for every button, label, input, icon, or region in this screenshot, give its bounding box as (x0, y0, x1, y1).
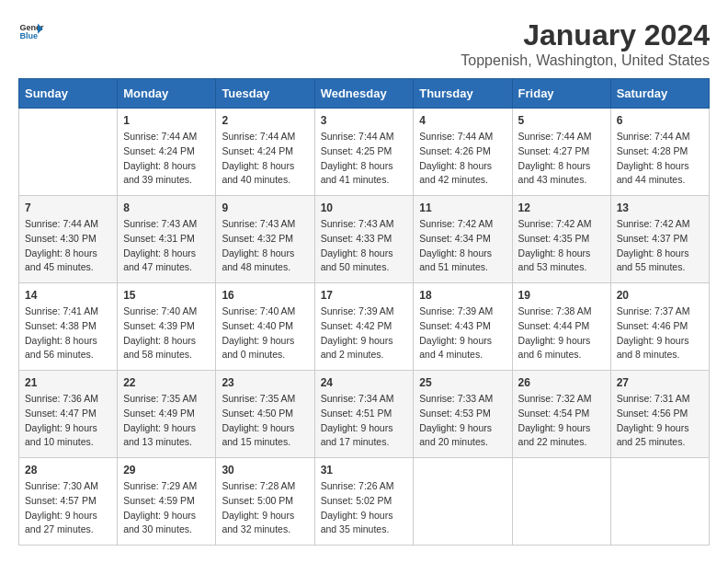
day-number: 28 (25, 464, 111, 477)
calendar-cell (512, 458, 610, 546)
calendar-cell: 23Sunrise: 7:35 AMSunset: 4:50 PMDayligh… (216, 371, 314, 458)
calendar-cell: 27Sunrise: 7:31 AMSunset: 4:56 PMDayligh… (610, 371, 709, 458)
day-info: Sunrise: 7:37 AMSunset: 4:46 PMDaylight:… (617, 304, 703, 362)
col-header-tuesday: Tuesday (216, 79, 314, 109)
day-info: Sunrise: 7:36 AMSunset: 4:47 PMDaylight:… (25, 392, 111, 450)
calendar-cell: 11Sunrise: 7:42 AMSunset: 4:34 PMDayligh… (414, 196, 512, 283)
calendar-cell: 5Sunrise: 7:44 AMSunset: 4:27 PMDaylight… (512, 109, 610, 196)
calendar-cell: 18Sunrise: 7:39 AMSunset: 4:43 PMDayligh… (414, 283, 512, 371)
day-info: Sunrise: 7:44 AMSunset: 4:27 PMDaylight:… (518, 130, 605, 188)
day-info: Sunrise: 7:35 AMSunset: 4:50 PMDaylight:… (222, 392, 308, 450)
calendar-cell: 3Sunrise: 7:44 AMSunset: 4:25 PMDaylight… (314, 109, 414, 196)
calendar-cell: 31Sunrise: 7:26 AMSunset: 5:02 PMDayligh… (314, 458, 414, 546)
day-number: 18 (419, 289, 506, 302)
day-number: 7 (25, 201, 111, 214)
day-info: Sunrise: 7:44 AMSunset: 4:28 PMDaylight:… (617, 130, 703, 188)
calendar-cell: 20Sunrise: 7:37 AMSunset: 4:46 PMDayligh… (610, 283, 709, 371)
day-info: Sunrise: 7:41 AMSunset: 4:38 PMDaylight:… (25, 304, 111, 362)
calendar-cell: 10Sunrise: 7:43 AMSunset: 4:33 PMDayligh… (314, 196, 414, 283)
col-header-monday: Monday (118, 79, 216, 109)
calendar-cell: 25Sunrise: 7:33 AMSunset: 4:53 PMDayligh… (414, 371, 512, 458)
day-info: Sunrise: 7:26 AMSunset: 5:02 PMDaylight:… (321, 479, 408, 537)
page-header: General Blue January 2024 Toppenish, Was… (18, 18, 710, 69)
location-title: Toppenish, Washington, United States (461, 52, 710, 69)
calendar-cell (610, 458, 709, 546)
col-header-saturday: Saturday (610, 79, 709, 109)
day-number: 14 (25, 289, 111, 302)
day-number: 22 (123, 376, 210, 389)
week-row-1: 1Sunrise: 7:44 AMSunset: 4:24 PMDaylight… (19, 109, 710, 196)
calendar-cell: 17Sunrise: 7:39 AMSunset: 4:42 PMDayligh… (314, 283, 414, 371)
day-info: Sunrise: 7:39 AMSunset: 4:43 PMDaylight:… (419, 304, 506, 362)
day-number: 29 (123, 464, 210, 477)
day-number: 11 (419, 201, 506, 214)
calendar-cell: 9Sunrise: 7:43 AMSunset: 4:32 PMDaylight… (216, 196, 314, 283)
day-number: 27 (617, 376, 703, 389)
calendar-cell: 1Sunrise: 7:44 AMSunset: 4:24 PMDaylight… (118, 109, 216, 196)
day-number: 26 (518, 376, 605, 389)
day-info: Sunrise: 7:42 AMSunset: 4:37 PMDaylight:… (617, 217, 703, 275)
col-header-wednesday: Wednesday (314, 79, 414, 109)
day-info: Sunrise: 7:43 AMSunset: 4:32 PMDaylight:… (222, 217, 308, 275)
day-number: 4 (419, 114, 506, 127)
week-row-2: 7Sunrise: 7:44 AMSunset: 4:30 PMDaylight… (19, 196, 710, 283)
day-info: Sunrise: 7:31 AMSunset: 4:56 PMDaylight:… (617, 392, 703, 450)
calendar-cell: 29Sunrise: 7:29 AMSunset: 4:59 PMDayligh… (118, 458, 216, 546)
day-number: 2 (222, 114, 308, 127)
week-row-3: 14Sunrise: 7:41 AMSunset: 4:38 PMDayligh… (19, 283, 710, 371)
calendar-cell: 16Sunrise: 7:40 AMSunset: 4:40 PMDayligh… (216, 283, 314, 371)
day-info: Sunrise: 7:32 AMSunset: 4:54 PMDaylight:… (518, 392, 605, 450)
month-title: January 2024 (461, 18, 710, 52)
day-number: 23 (222, 376, 308, 389)
day-number: 5 (518, 114, 605, 127)
svg-text:Blue: Blue (19, 31, 38, 40)
day-info: Sunrise: 7:30 AMSunset: 4:57 PMDaylight:… (25, 479, 111, 537)
day-number: 24 (321, 376, 408, 389)
day-info: Sunrise: 7:44 AMSunset: 4:30 PMDaylight:… (25, 217, 111, 275)
calendar-cell: 13Sunrise: 7:42 AMSunset: 4:37 PMDayligh… (610, 196, 709, 283)
calendar-cell: 6Sunrise: 7:44 AMSunset: 4:28 PMDaylight… (610, 109, 709, 196)
day-number: 30 (222, 464, 308, 477)
calendar-cell: 12Sunrise: 7:42 AMSunset: 4:35 PMDayligh… (512, 196, 610, 283)
day-number: 20 (617, 289, 703, 302)
title-section: January 2024 Toppenish, Washington, Unit… (461, 18, 710, 69)
day-number: 25 (419, 376, 506, 389)
day-number: 19 (518, 289, 605, 302)
calendar-cell: 22Sunrise: 7:35 AMSunset: 4:49 PMDayligh… (118, 371, 216, 458)
day-info: Sunrise: 7:44 AMSunset: 4:24 PMDaylight:… (123, 130, 210, 188)
calendar-cell: 2Sunrise: 7:44 AMSunset: 4:24 PMDaylight… (216, 109, 314, 196)
day-info: Sunrise: 7:40 AMSunset: 4:40 PMDaylight:… (222, 304, 308, 362)
day-info: Sunrise: 7:35 AMSunset: 4:49 PMDaylight:… (123, 392, 210, 450)
day-number: 10 (321, 201, 408, 214)
day-number: 9 (222, 201, 308, 214)
col-header-friday: Friday (512, 79, 610, 109)
logo-icon: General Blue (18, 18, 44, 44)
day-info: Sunrise: 7:44 AMSunset: 4:25 PMDaylight:… (321, 130, 408, 188)
day-info: Sunrise: 7:39 AMSunset: 4:42 PMDaylight:… (321, 304, 408, 362)
day-number: 21 (25, 376, 111, 389)
calendar-cell: 14Sunrise: 7:41 AMSunset: 4:38 PMDayligh… (19, 283, 118, 371)
day-info: Sunrise: 7:42 AMSunset: 4:34 PMDaylight:… (419, 217, 506, 275)
col-header-thursday: Thursday (414, 79, 512, 109)
day-info: Sunrise: 7:44 AMSunset: 4:24 PMDaylight:… (222, 130, 308, 188)
day-info: Sunrise: 7:33 AMSunset: 4:53 PMDaylight:… (419, 392, 506, 450)
day-number: 1 (123, 114, 210, 127)
day-info: Sunrise: 7:43 AMSunset: 4:31 PMDaylight:… (123, 217, 210, 275)
day-info: Sunrise: 7:44 AMSunset: 4:26 PMDaylight:… (419, 130, 506, 188)
calendar-cell: 8Sunrise: 7:43 AMSunset: 4:31 PMDaylight… (118, 196, 216, 283)
calendar-cell: 24Sunrise: 7:34 AMSunset: 4:51 PMDayligh… (314, 371, 414, 458)
calendar-table: SundayMondayTuesdayWednesdayThursdayFrid… (18, 78, 710, 546)
day-number: 6 (617, 114, 703, 127)
day-info: Sunrise: 7:29 AMSunset: 4:59 PMDaylight:… (123, 479, 210, 537)
day-info: Sunrise: 7:34 AMSunset: 4:51 PMDaylight:… (321, 392, 408, 450)
day-number: 3 (321, 114, 408, 127)
column-headers: SundayMondayTuesdayWednesdayThursdayFrid… (19, 79, 710, 109)
calendar-cell (19, 109, 118, 196)
day-number: 16 (222, 289, 308, 302)
day-number: 13 (617, 201, 703, 214)
day-number: 31 (321, 464, 408, 477)
calendar-cell: 19Sunrise: 7:38 AMSunset: 4:44 PMDayligh… (512, 283, 610, 371)
calendar-cell: 21Sunrise: 7:36 AMSunset: 4:47 PMDayligh… (19, 371, 118, 458)
calendar-cell (414, 458, 512, 546)
week-row-4: 21Sunrise: 7:36 AMSunset: 4:47 PMDayligh… (19, 371, 710, 458)
